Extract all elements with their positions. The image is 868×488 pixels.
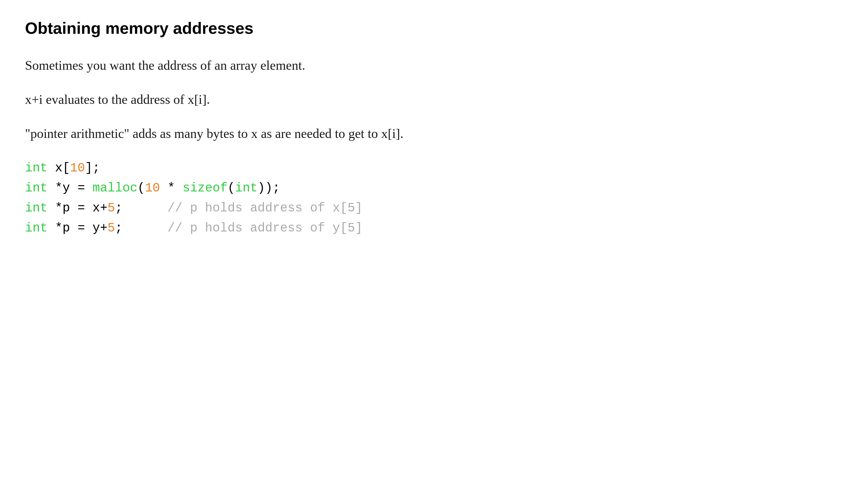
code-block: int x[10]; int *y = malloc(10 * sizeof(i… (25, 158, 412, 238)
code-text: ( (227, 181, 235, 195)
code-text: ( (137, 181, 145, 195)
page-title: Obtaining memory addresses (25, 19, 412, 37)
code-line-1: int x[10]; (25, 158, 412, 178)
code-text: ]; (85, 161, 100, 175)
comment-2: // p holds address of y[5] (167, 221, 363, 235)
keyword-int-1: int (25, 161, 48, 175)
keyword-int-2: int (25, 181, 48, 195)
keyword-int-sizeof: int (235, 181, 257, 195)
number-10-2: 10 (145, 181, 160, 195)
paragraph-3: "pointer arithmetic" adds as many bytes … (25, 124, 412, 143)
code-line-4: int *p = y+5; // p holds address of y[5] (25, 218, 412, 238)
code-text: *y = (48, 181, 92, 195)
code-text: ; (115, 221, 167, 235)
code-text: *p = x+ (48, 201, 107, 215)
code-text: *p = y+ (48, 221, 107, 235)
code-line-2: int *y = malloc(10 * sizeof(int)); (25, 178, 412, 198)
comment-1: // p holds address of x[5] (167, 201, 363, 215)
code-line-3: int *p = x+5; // p holds address of x[5] (25, 198, 412, 218)
code-text: x[ (48, 161, 70, 175)
code-text: )); (257, 181, 280, 195)
function-malloc: malloc (92, 181, 137, 195)
keyword-int-3: int (25, 201, 48, 215)
number-5-1: 5 (107, 201, 115, 215)
number-5-2: 5 (107, 221, 115, 235)
keyword-int-4: int (25, 221, 48, 235)
code-text: * (160, 181, 183, 195)
function-sizeof: sizeof (183, 181, 227, 195)
paragraph-1: Sometimes you want the address of an arr… (25, 56, 412, 75)
paragraph-2: x+i evaluates to the address of x[i]. (25, 90, 412, 109)
number-10-1: 10 (70, 161, 85, 175)
code-text: ; (115, 201, 167, 215)
